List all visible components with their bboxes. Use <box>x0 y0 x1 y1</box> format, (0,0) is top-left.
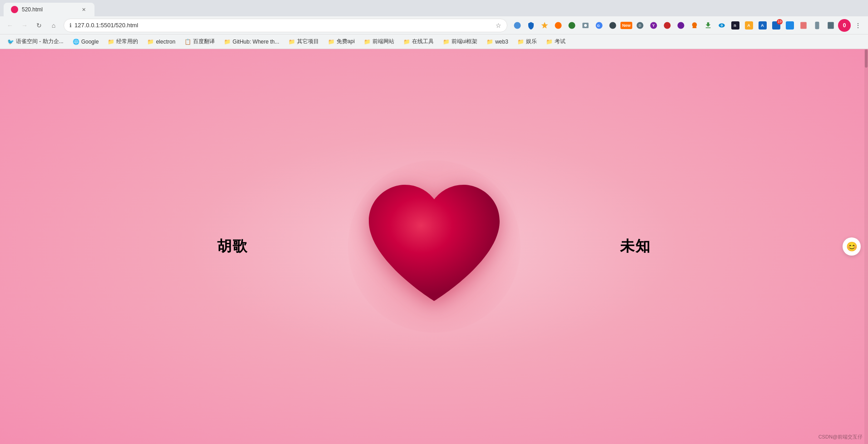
ext-icon-cat[interactable] <box>688 19 701 32</box>
svg-point-2 <box>555 22 562 29</box>
ext-icon-google[interactable]: G <box>593 19 605 32</box>
bookmark-yuque-icon: 🐦 <box>7 39 14 45</box>
bookmark-github-icon: 📁 <box>224 39 231 45</box>
profile-button[interactable]: 0 <box>838 19 851 32</box>
svg-point-17 <box>721 25 722 25</box>
bookmark-other-projects[interactable]: 📁 其它项目 <box>285 36 322 47</box>
watermark: CSDN@前端交互仔 <box>818 434 863 440</box>
ext-icon-orange[interactable] <box>552 19 565 32</box>
bookmark-google[interactable]: 🌐 Google <box>69 37 103 47</box>
bookmark-entertainment-icon: 📁 <box>517 39 524 45</box>
ext-icon-blue2[interactable] <box>784 19 796 32</box>
bookmark-web3-icon: 📁 <box>486 39 493 45</box>
svg-point-13 <box>664 22 671 29</box>
heart-container <box>357 169 511 324</box>
bookmark-api-icon: 📁 <box>328 39 335 45</box>
ext-icon-green[interactable] <box>565 19 578 32</box>
ext-icon-a-blue[interactable]: A <box>756 19 769 32</box>
bookmark-star-icon[interactable]: ☆ <box>496 22 501 29</box>
svg-point-14 <box>678 22 684 29</box>
scrollbar-track[interactable] <box>864 49 868 444</box>
side-widget[interactable]: 😊 <box>843 237 861 256</box>
side-widget-emoji: 😊 <box>846 241 858 252</box>
bookmark-github-label: GitHub: Where th... <box>233 39 279 45</box>
ext-icon-download[interactable] <box>702 19 714 32</box>
bookmark-google-icon: 🌐 <box>73 39 79 45</box>
ext-icon-circle2[interactable] <box>661 19 674 32</box>
back-button[interactable]: ← <box>4 19 16 32</box>
svg-point-0 <box>514 22 521 29</box>
ext-icon-dark[interactable] <box>606 19 619 32</box>
reload-button[interactable]: ↻ <box>33 19 45 32</box>
bookmark-electron-label: electron <box>156 39 175 45</box>
ext-icon-tablet[interactable] <box>824 19 837 32</box>
bookmark-electron-icon: 📁 <box>147 39 154 45</box>
svg-rect-25 <box>786 21 794 30</box>
bookmark-entertainment[interactable]: 📁 娱乐 <box>514 36 541 47</box>
bookmark-other-label: 其它项目 <box>297 38 319 45</box>
home-button[interactable]: ⌂ <box>47 19 60 32</box>
svg-text:A: A <box>761 23 764 28</box>
extensions-area: G New ② Y <box>511 19 864 32</box>
ext-icon-shield[interactable] <box>525 19 537 32</box>
bookmark-frontend-ui[interactable]: 📁 前端ui框架 <box>439 36 481 47</box>
bookmark-frontend-sites[interactable]: 📁 前端网站 <box>360 36 398 47</box>
bookmark-free-api[interactable]: 📁 免费api <box>324 36 358 47</box>
name-left: 胡歌 <box>217 237 248 257</box>
bookmark-ui-label: 前端ui框架 <box>451 38 477 45</box>
bookmark-common-label: 经常用的 <box>116 38 138 45</box>
bookmark-common[interactable]: 📁 经常用的 <box>104 36 142 47</box>
svg-rect-28 <box>828 22 834 29</box>
bookmark-exam-label: 考试 <box>555 38 565 45</box>
bookmark-exam-icon: 📁 <box>546 39 553 45</box>
address-bar-input[interactable] <box>74 22 493 29</box>
bookmark-web3[interactable]: 📁 web3 <box>483 37 512 47</box>
bookmark-github[interactable]: 📁 GitHub: Where th... <box>220 37 283 47</box>
bookmark-web3-label: web3 <box>495 39 508 45</box>
ext-icon-phone[interactable] <box>811 19 823 32</box>
bookmark-online-tools[interactable]: 📁 在线工具 <box>400 36 437 47</box>
browser-toolbar: ← → ↻ ⌂ ℹ ☆ <box>0 16 868 35</box>
ext-icon-n[interactable]: n <box>729 19 742 32</box>
menu-button[interactable]: ⋮ <box>852 19 864 32</box>
ext-icon-photo[interactable] <box>579 19 592 32</box>
scrollbar-thumb[interactable] <box>865 49 868 68</box>
ext-icon-star[interactable] <box>538 19 551 32</box>
svg-text:②: ② <box>638 24 641 28</box>
ext-icon-purple[interactable] <box>675 19 687 32</box>
ext-new-badge[interactable]: New <box>620 19 633 32</box>
ext-icon-2dot[interactable]: ② <box>634 19 646 32</box>
ext-icon-1[interactable] <box>511 19 524 32</box>
ext-icon-badge19[interactable]: 19 <box>770 19 783 32</box>
ext-icon-book[interactable] <box>797 19 810 32</box>
browser-tab-bar: 520.html ✕ <box>0 0 868 16</box>
bookmark-yuque[interactable]: 🐦 语雀空间 - 助力企... <box>4 36 67 47</box>
browser-tab-active[interactable]: 520.html ✕ <box>4 3 94 16</box>
svg-text:Y: Y <box>652 24 655 28</box>
address-bar-container: ℹ ☆ <box>64 19 507 32</box>
bookmarks-bar: 🐦 语雀空间 - 助力企... 🌐 Google 📁 经常用的 📁 electr… <box>0 35 868 49</box>
watermark-text: CSDN@前端交互仔 <box>818 434 863 439</box>
svg-text:G: G <box>597 24 600 28</box>
bookmark-entertainment-label: 娱乐 <box>526 38 537 45</box>
bookmark-baidu-label: 百度翻译 <box>193 38 215 45</box>
bookmark-baidu-translate[interactable]: 📋 百度翻译 <box>181 36 218 47</box>
browser-chrome: 520.html ✕ ← → ↻ ⌂ ℹ ☆ <box>0 0 868 49</box>
bookmark-exam[interactable]: 📁 考试 <box>542 36 569 47</box>
bookmark-api-label: 免费api <box>337 38 355 45</box>
bookmark-google-label: Google <box>81 39 99 45</box>
tab-favicon <box>11 6 18 13</box>
bookmark-electron[interactable]: 📁 electron <box>144 37 179 47</box>
heart-svg <box>362 174 507 319</box>
heart-scene: 胡歌 未知 😊 CSDN@前端交互仔 <box>0 49 868 444</box>
tab-close-button[interactable]: ✕ <box>80 6 87 13</box>
svg-rect-27 <box>815 21 819 29</box>
bookmark-ui-icon: 📁 <box>443 39 450 45</box>
svg-text:A: A <box>747 23 750 28</box>
bookmark-common-icon: 📁 <box>108 39 114 45</box>
forward-button[interactable]: → <box>18 19 31 32</box>
ext-icon-y[interactable]: Y <box>647 19 660 32</box>
page-content: 胡歌 未知 😊 CSDN@前端交互仔 <box>0 49 868 444</box>
ext-icon-a-gold[interactable]: A <box>743 19 755 32</box>
ext-icon-eye[interactable] <box>715 19 728 32</box>
